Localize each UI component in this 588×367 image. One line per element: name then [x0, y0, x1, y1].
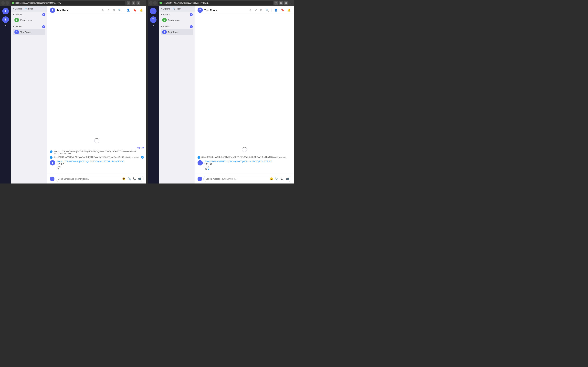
message-input-area-2: T 😊 📎 📞 📹 — [195, 174, 294, 184]
settings-icon-2[interactable]: ⚙ — [249, 8, 252, 12]
main-content-2: T Test Room ⚙ ↗ ⊞ 🔍 👤 🔖 🔔 — [195, 6, 294, 184]
explore-btn-1[interactable]: ≡ Explore — [13, 8, 22, 10]
message-input-2[interactable] — [206, 178, 269, 180]
msg-hello-2: HELLO — [204, 163, 291, 166]
empty-room-avatar-1: E — [14, 18, 19, 22]
sidebar-item-empty-room-2[interactable]: E Empty room — [161, 17, 193, 23]
search-icon-room-2[interactable]: 🔍 — [265, 8, 269, 12]
add-person-btn-1[interactable]: + — [42, 13, 45, 16]
system-icon-joined-1: i — [50, 156, 52, 159]
expand-link-1[interactable]: expand — [137, 147, 144, 149]
main-content-1: T Test Room ⚙ ↗ ⊞ 🔍 👤 🔖 🔔 — [47, 6, 146, 184]
people-section-2: ▾ PEOPLE + E Empty room — [159, 12, 195, 24]
share-icon-1[interactable]: ↗ — [106, 8, 110, 12]
refresh-btn-1[interactable]: ↻ — [127, 1, 130, 5]
people-section-toggle-1[interactable]: ▾ PEOPLE — [13, 14, 23, 16]
emoji-btn-1[interactable]: 😊 — [122, 177, 126, 181]
rooms-section-toggle-1[interactable]: ▾ ROOMS — [13, 26, 22, 28]
extensions-btn-1[interactable]: ⊞ — [132, 1, 135, 5]
filter-btn-2[interactable]: 🔍 Filter — [173, 8, 181, 10]
add-person-btn-2[interactable]: + — [190, 13, 193, 16]
sidebar-item-empty-room-1[interactable]: E Empty room — [13, 17, 45, 23]
search-icon-room-1[interactable]: 🔍 — [117, 8, 122, 12]
new-tab-btn-1[interactable]: + — [141, 1, 145, 5]
system-msg-joined-1: @test:12D3KooWQDujLAS2hpkFwmGKFZH1EyWhXq… — [53, 156, 139, 158]
attachment-btn-1[interactable]: 📎 — [127, 177, 131, 181]
phone-btn-2[interactable]: 📞 — [280, 177, 284, 181]
system-msg-text-1: @test:12D3KooWM4AXHj3yE’s BX1wgHGik5TyGQ… — [54, 150, 144, 155]
members-icon-2[interactable]: 👤 — [274, 8, 278, 12]
msg-sender-1[interactable]: @test:12D3KooWM4AXHj3yBX1wgHGik5TyGQMnmc… — [57, 160, 144, 163]
screenshot-btn-2[interactable]: ⊡ — [284, 1, 288, 5]
attachment-btn-2[interactable]: 📎 — [275, 177, 279, 181]
refresh-btn-2[interactable]: ↻ — [274, 1, 278, 5]
add-room-sidebar-btn-1[interactable]: + — [42, 25, 45, 28]
user-avatar-1[interactable]: T — [2, 17, 9, 23]
threads-icon-1[interactable]: 🔖 — [133, 8, 137, 12]
msg-input-wrapper-1[interactable]: 😊 📎 📞 📹 — [56, 176, 144, 182]
back-button-2[interactable]: ‹ — [149, 1, 153, 5]
spinner-2 — [242, 147, 247, 152]
msg-hello-1: HELLO — [57, 163, 144, 166]
msg-info-icon-1: i — [141, 156, 144, 158]
explore-label-2: Explore — [163, 8, 170, 10]
user-avatar-2[interactable]: T — [150, 17, 156, 23]
extensions-btn-2[interactable]: ⊞ — [279, 1, 283, 5]
user-chevron-1[interactable]: ▾ — [5, 24, 6, 27]
sidebar-2: ≡ Explore 🔍 Filter ▾ PEOPLE — [159, 6, 195, 184]
members-icon-1[interactable]: 👤 — [126, 8, 130, 12]
msg-time-2: 17:51 — [204, 166, 291, 168]
chat-area-2[interactable]: i @test:12D3KooWQDujLAS2hpkFwmGKFZH1EyWh… — [195, 14, 294, 174]
room-header-2: T Test Room ⚙ ↗ ⊞ 🔍 👤 🔖 🔔 — [195, 6, 294, 14]
rooms-chevron-2: ▾ — [161, 26, 162, 28]
nav-buttons-1: ‹ › — [1, 1, 9, 5]
back-button-1[interactable]: ‹ — [1, 1, 5, 5]
phone-btn-1[interactable]: 📞 — [132, 177, 136, 181]
add-room-sidebar-btn-2[interactable]: + — [190, 25, 193, 28]
sidebar-item-test-room-2[interactable]: T Test Room — [161, 29, 193, 35]
explore-btn-2[interactable]: ≡ Explore — [161, 8, 170, 10]
threads-icon-2[interactable]: 🔖 — [280, 8, 285, 12]
search-icon-2: 🔍 — [173, 8, 175, 10]
rooms-section-toggle-2[interactable]: ▾ ROOMS — [161, 26, 170, 28]
chat-area-1[interactable]: expand i @test:12D3KooWM4AXHj3yE’s BX1wg… — [47, 14, 146, 174]
msg-sender-2[interactable]: @test:12D3KooWM4AXHj3yBX1wgHGik5TyGQMnmc… — [204, 160, 291, 163]
room-header-avatar-2: T — [198, 8, 203, 13]
add-room-btn-2[interactable]: + — [150, 8, 156, 14]
notifications-icon-1[interactable]: 🔔 — [139, 8, 144, 12]
notifications-icon-2[interactable]: 🔔 — [287, 8, 291, 12]
message-input-1[interactable] — [58, 178, 122, 180]
forward-button-2[interactable]: › — [153, 1, 157, 5]
new-tab-btn-2[interactable]: + — [289, 1, 293, 5]
msg-input-wrapper-2[interactable]: 😊 📎 📞 📹 — [203, 176, 291, 182]
grid-icon-1[interactable]: ⊞ — [112, 8, 115, 12]
address-bar-2[interactable]: localhost:8500/#/room/#test:12D3KooWM4AX… — [158, 1, 273, 5]
room-header-1: T Test Room ⚙ ↗ ⊞ 🔍 👤 🔖 🔔 — [47, 6, 146, 14]
settings-icon-1[interactable]: ⚙ — [101, 8, 104, 12]
add-room-btn-1[interactable]: + — [2, 8, 9, 14]
people-section-toggle-2[interactable]: ▾ PEOPLE — [161, 14, 170, 16]
msg-input-avatar-2: T — [198, 177, 202, 181]
sidebar-item-test-room-1[interactable]: T Test Room — [13, 29, 45, 35]
video-btn-1[interactable]: 📹 — [138, 177, 142, 181]
emoji-btn-2[interactable]: 😊 — [269, 177, 274, 181]
address-bar-1[interactable]: localhost:8500/#/room/#test:12D3KooWM4AX… — [10, 1, 125, 5]
tab-security-icon-1 — [12, 2, 14, 4]
share-icon-2[interactable]: ↗ — [254, 8, 258, 12]
msg-emoji-2: :D — [204, 168, 207, 170]
browser-chrome-1: ‹ › localhost:8500/#/room/#test:12D3KooW… — [0, 0, 146, 6]
screenshot-btn-1[interactable]: ⊡ — [137, 1, 140, 5]
grid-icon-2[interactable]: ⊞ — [259, 8, 263, 12]
filter-btn-1[interactable]: 🔍 Filter — [25, 8, 33, 10]
empty-room-avatar-2: E — [162, 18, 167, 22]
time-value-1: 17:51 — [57, 166, 61, 168]
video-btn-2[interactable]: 📹 — [285, 177, 289, 181]
room-header-actions-1: ⚙ ↗ ⊞ 🔍 👤 🔖 🔔 — [101, 8, 144, 12]
forward-button-1[interactable]: › — [6, 1, 9, 5]
rooms-section-header-1: ▾ ROOMS + — [13, 25, 45, 28]
user-chevron-2[interactable]: ▾ — [153, 24, 154, 27]
room-header-actions-2: ⚙ ↗ ⊞ 🔍 👤 🔖 🔔 — [249, 8, 291, 12]
app-container-2: + T ▾ ≡ Explore 🔍 Filter — [148, 6, 294, 184]
rooms-section-2: ▾ ROOMS + T Test Room — [159, 24, 195, 36]
menu-icon-2: ≡ — [161, 8, 162, 10]
